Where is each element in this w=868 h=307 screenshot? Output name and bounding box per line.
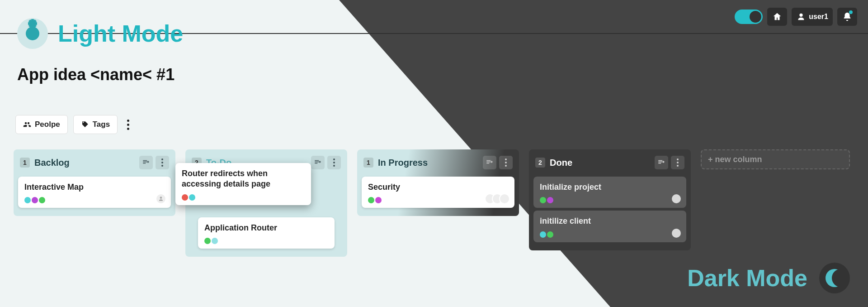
column-title: In Progress [378,158,478,168]
notifications-button[interactable] [837,8,857,26]
column-more-menu[interactable] [156,156,169,169]
add-list-icon [486,158,494,167]
people-filter-button[interactable]: Peolpe [15,115,68,134]
people-filter-label: Peolpe [35,120,60,129]
card[interactable]: initilize client [533,211,686,242]
tag-dot [189,194,195,201]
card-assignees [485,193,510,204]
card-assignees [671,193,682,204]
tag-dot [182,194,188,201]
board-title: App idea <name< #1 [17,65,175,84]
light-mode-title: Light Mode [17,18,183,49]
avatar [499,193,510,204]
column-more-menu[interactable] [327,156,341,169]
add-list-icon [657,158,665,167]
card-title: Security [368,182,508,192]
card-title: initilize client [540,216,680,226]
notification-indicator [849,10,853,14]
tag-dot [24,197,31,203]
column-in-progress: 1 In Progress Security [357,149,519,216]
user-icon [796,12,806,22]
column-count: 2 [535,158,545,168]
avatar [156,193,166,204]
tag-dot [212,238,218,244]
add-list-icon [142,158,150,167]
add-card-button[interactable] [311,156,325,169]
tags-filter-button[interactable]: Tags [73,115,118,134]
column-title: Done [550,158,650,168]
tag-dot [540,231,546,238]
card-tags [540,231,680,238]
tag-dot [375,197,382,203]
add-card-button[interactable] [483,156,496,169]
dragging-card[interactable]: Router redirects when accessing details … [175,163,311,205]
add-card-button[interactable] [655,156,668,169]
user-button[interactable]: user1 [792,8,833,26]
tag-dot [540,197,546,203]
column-more-menu[interactable] [671,156,684,169]
card[interactable]: Application Router [198,217,335,249]
username-label: user1 [809,13,828,21]
dark-mode-title: Dark Mode [687,263,850,293]
kanban-board: 1 Backlog Interactive Map 2 To [14,149,854,257]
people-icon [23,120,31,129]
avatar [671,193,682,204]
filter-bar: Peolpe Tags [15,115,133,134]
column-more-menu[interactable] [499,156,513,169]
add-column-label: + new column [708,155,762,164]
tag-dot [547,197,553,203]
dark-mode-label: Dark Mode [687,264,807,292]
card-title: Interactive Map [24,182,165,192]
card-assignees [671,228,682,239]
card-title: Application Router [204,223,328,233]
theme-toggle[interactable] [735,10,763,24]
card[interactable]: Security [362,177,514,208]
card[interactable]: Interactive Map [18,177,171,208]
tag-dot [39,197,45,203]
sun-icon [17,18,48,49]
tags-filter-label: Tags [93,120,110,129]
tag-dot [32,197,38,203]
tag-dot [368,197,374,203]
card-title: Initialize project [540,182,680,192]
card-tags [182,194,305,201]
column-title: Backlog [34,158,135,168]
column-count: 1 [20,158,30,168]
home-button[interactable] [767,8,787,26]
add-list-icon [314,158,322,167]
column-backlog: 1 Backlog Interactive Map [14,149,175,216]
card-assignees [156,193,166,204]
column-done: 2 Done Initialize project initilize clie… [529,149,691,250]
card-title: Router redirects when accessing details … [182,168,305,190]
moon-badge-icon [819,263,850,293]
card-tags [540,197,680,203]
tag-dot [204,238,211,244]
tag-dot [547,231,553,238]
moon-icon [751,12,760,20]
avatar [671,228,682,239]
card-tags [24,197,165,203]
add-column-button[interactable]: + new column [701,149,850,169]
column-count: 1 [363,158,373,168]
tag-icon [81,120,89,129]
add-card-button[interactable] [139,156,153,169]
board-more-menu[interactable] [123,117,133,133]
card-tags [204,238,328,244]
light-mode-label: Light Mode [58,20,183,47]
card[interactable]: Initialize project [533,177,686,208]
home-icon [772,12,782,22]
